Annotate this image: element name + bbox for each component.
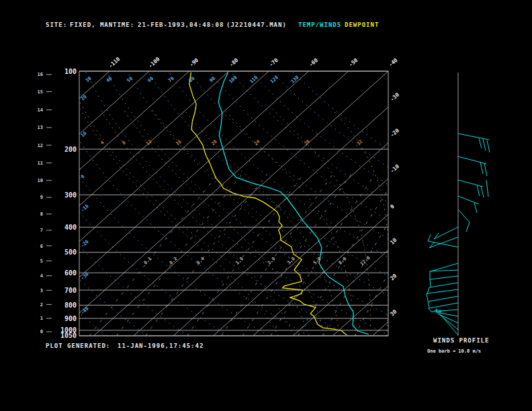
wind-barb xyxy=(479,138,482,148)
height-label: 0 xyxy=(40,329,43,334)
wind-barb xyxy=(430,276,458,279)
mixing-ratio-label: 12.0 xyxy=(359,255,371,267)
moist-adiabat-label: 4 xyxy=(99,140,105,146)
pressure-label: 800 xyxy=(64,302,77,309)
theta-label-top: 90 xyxy=(208,76,216,84)
mixing-ratio-line xyxy=(242,175,351,336)
height-label: 5 xyxy=(40,259,43,264)
theta-label-left: -20 xyxy=(80,239,90,248)
height-label: 16 xyxy=(38,72,43,77)
moist-adiabat-label: 24 xyxy=(253,139,261,147)
isotherm-line xyxy=(134,71,428,336)
wind-barb xyxy=(477,185,480,196)
skewt-sounding-screen: SITE: FIXED, MAN TIME: 21-FEB-1993,04:48… xyxy=(0,0,532,411)
theta-label-left: 10 xyxy=(80,130,88,138)
wind-barb xyxy=(481,186,484,197)
isotherm-line xyxy=(214,71,508,336)
moist-adiabat-label: 8 xyxy=(121,140,126,146)
isotherm-label-top: -40 xyxy=(388,57,399,68)
moist-adiabat-label: 28 xyxy=(303,139,311,147)
dry-adiabat-line xyxy=(271,71,532,336)
wind-barb xyxy=(427,289,458,293)
pressure-label: 400 xyxy=(64,224,77,231)
isotherm-line xyxy=(293,71,532,336)
theta-label-top: 40 xyxy=(105,76,114,84)
height-label: 13 xyxy=(38,125,43,130)
theta-label-left: -40 xyxy=(80,306,90,316)
isotherm-label-right: -20 xyxy=(389,128,400,138)
dry-adiabat-line xyxy=(0,71,187,336)
wind-barb xyxy=(428,296,458,302)
height-label: 15 xyxy=(38,89,43,95)
wind-barb xyxy=(480,163,483,174)
wind-barb xyxy=(458,134,489,140)
mixing-ratio-label: 2.0 xyxy=(267,256,277,265)
isotherm-line xyxy=(0,71,189,336)
height-label: 6 xyxy=(40,244,43,249)
wind-barb xyxy=(430,279,431,287)
dry-adiabat-line xyxy=(65,71,349,336)
wind-barb xyxy=(434,227,458,239)
wind-barb xyxy=(428,302,429,308)
height-label: 8 xyxy=(40,212,43,217)
wind-barb xyxy=(427,293,428,301)
height-label: 4 xyxy=(40,273,43,279)
pressure-label: 300 xyxy=(64,191,77,199)
mixing-ratio-line xyxy=(322,175,419,336)
wind-barb xyxy=(428,234,431,241)
height-label: 7 xyxy=(40,228,43,233)
theta-label-top: 70 xyxy=(167,76,175,84)
dewpoint-curve xyxy=(189,73,347,335)
moist-adiabat-label: 20 xyxy=(210,139,218,147)
dry-adiabat-line xyxy=(292,71,532,336)
pressure-label: 900 xyxy=(64,315,77,322)
isotherm-label-right: 30 xyxy=(389,308,398,317)
isotherm-label-top: -100 xyxy=(147,56,161,69)
moist-adiabat-line xyxy=(183,109,340,336)
height-label: 11 xyxy=(38,161,43,166)
wind-barb xyxy=(483,139,486,150)
pressure-label: 700 xyxy=(64,287,77,294)
theta-label-top: 50 xyxy=(126,76,134,84)
isotherm-label-right: -10 xyxy=(389,163,400,174)
dry-adiabat-line xyxy=(3,71,228,336)
theta-label-top: 110 xyxy=(249,75,259,84)
theta-label-left: 0 xyxy=(80,174,85,180)
dry-adiabat-line xyxy=(0,71,66,336)
mixing-ratio-label: 0.4 xyxy=(195,256,206,265)
mixing-ratio-label: 8.0 xyxy=(338,256,348,265)
plot-area xyxy=(0,71,532,336)
isotherm-line xyxy=(0,71,229,336)
wind-barb xyxy=(458,196,479,204)
dry-adiabat-line xyxy=(127,71,471,336)
pressure-label: 200 xyxy=(64,146,77,153)
isotherm-line xyxy=(173,71,468,336)
pressure-label: 1050 xyxy=(60,332,77,339)
isotherm-label-right: 20 xyxy=(389,273,398,281)
mixing-ratio-label: 1.0 xyxy=(234,256,245,265)
wind-barb xyxy=(486,180,488,197)
dry-adiabat-line xyxy=(44,71,309,336)
isotherm-line xyxy=(54,71,348,336)
isotherm-label-top: -60 xyxy=(308,57,319,68)
dry-adiabat-line xyxy=(0,71,107,336)
winds-profile-title: WINDS PROFILE xyxy=(433,337,489,344)
pressure-label: 100 xyxy=(64,68,77,75)
mixing-ratio-label: 3.0 xyxy=(286,256,296,265)
wind-barb xyxy=(429,308,432,312)
pressure-label: 600 xyxy=(64,269,77,277)
isotherm-label-top: -50 xyxy=(348,57,359,68)
plot-generated-label: PLOT GENERATED: xyxy=(46,342,110,349)
mixing-ratio-label: 0.1 xyxy=(143,256,153,265)
theta-label-top: 100 xyxy=(228,75,238,84)
height-label: 3 xyxy=(40,288,43,293)
height-label: 10 xyxy=(38,178,43,183)
mixing-ratio-label: 5.0 xyxy=(312,256,322,265)
dry-adiabat-line xyxy=(106,71,430,336)
height-label: 9 xyxy=(40,195,43,200)
isotherm-label-right: 0 xyxy=(389,203,396,210)
mixing-ratio-label: 0.2 xyxy=(169,256,179,265)
pressure-label: 500 xyxy=(64,248,77,256)
moist-adiabat-line xyxy=(224,109,355,336)
isotherm-line xyxy=(332,71,532,336)
